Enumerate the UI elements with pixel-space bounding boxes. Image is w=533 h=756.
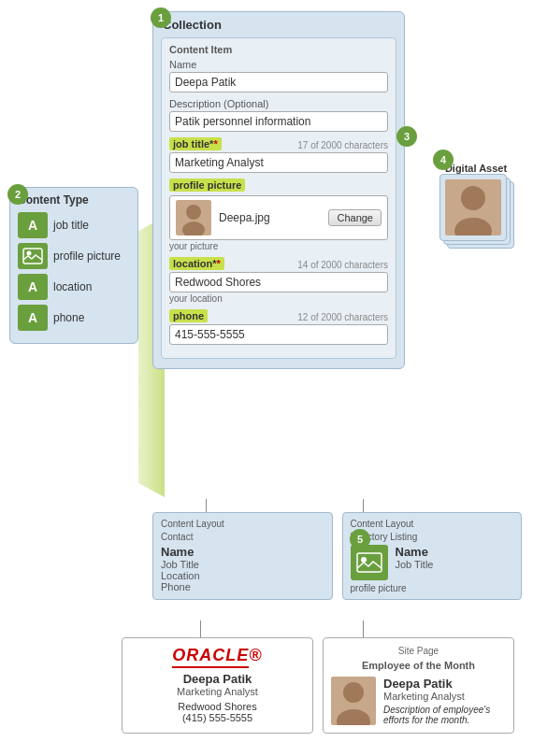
location-input[interactable]: [169, 272, 388, 292]
layout-dir-job: Job Title: [396, 559, 434, 570]
oracle-person-name: Deepa Patik: [130, 672, 305, 686]
desc-input[interactable]: [169, 111, 388, 132]
layout-directory-box: Content Layout Directory Listing Name Jo…: [342, 512, 523, 600]
site-result-card: Site Page Employee of the Month Deepa Pa…: [323, 637, 514, 734]
content-item-label: Content Item: [169, 44, 388, 55]
ct-item-location: A location: [18, 274, 130, 300]
svg-rect-8: [357, 553, 382, 572]
digital-asset-stack: [439, 174, 512, 249]
da-photo: [445, 179, 501, 235]
ct-item-profile-picture: profile picture: [18, 243, 130, 269]
svg-point-6: [461, 186, 485, 210]
ct-icon-text-jobtitle: A: [18, 212, 48, 238]
layout-dir-text: Name Job Title: [396, 545, 434, 570]
job-title-input[interactable]: [169, 152, 388, 173]
oracle-phone: (415) 555-5555: [130, 712, 305, 723]
content-type-title: Content Type: [18, 193, 130, 207]
picture-filename: Deepa.jpg: [219, 211, 321, 224]
picture-field: Deepa.jpg Change: [169, 195, 388, 240]
badge-3: 3: [396, 126, 417, 147]
site-description: Description of employee's efforts for th…: [383, 705, 506, 725]
picture-hint: your picture: [169, 241, 388, 251]
layout-dir-title2: Directory Listing: [351, 532, 514, 542]
ct-icon-image-profile: [18, 243, 48, 269]
site-job-title: Marketing Analyst: [383, 691, 506, 702]
layout-contact-job: Job Title: [161, 559, 324, 570]
location-label: location*: [169, 257, 224, 270]
desc-field-group: Description (Optional): [169, 98, 388, 132]
layout-contact-title1: Content Layout: [161, 519, 324, 529]
site-page-name: Employee of the Month: [331, 660, 506, 671]
collection-title: Collection: [161, 18, 396, 32]
svg-point-1: [186, 205, 201, 220]
picture-thumbnail: [176, 200, 211, 235]
oracle-location: Redwood Shores: [130, 701, 305, 712]
profile-picture-label: profile picture: [169, 178, 245, 192]
badge-4: 4: [433, 150, 454, 170]
name-field-group: Name: [169, 59, 388, 93]
badge-1: 1: [151, 7, 171, 28]
layout-contact-name: Name: [161, 545, 324, 559]
site-text-content: Deepa Patik Marketing Analyst Descriptio…: [383, 677, 506, 725]
content-item-box: Content Item Name Description (Optional)…: [161, 37, 396, 359]
ct-item-job-title: A job title: [18, 212, 130, 238]
layout-contact-phone: Phone: [161, 581, 324, 592]
layout-dir-row: Name Job Title: [351, 545, 514, 580]
location-field-group: location* 14 of 2000 characters your loc…: [169, 257, 388, 304]
result-section: ORACLE® Deepa Patik Marketing Analyst Re…: [122, 637, 514, 734]
ct-label-phone: phone: [53, 311, 84, 324]
ct-label-job-title: job title: [53, 219, 89, 232]
layout-contact-box: Content Layout Contact Name Job Title Lo…: [152, 512, 333, 600]
name-label: Name: [169, 59, 388, 70]
job-title-label: job title*: [169, 137, 222, 150]
job-title-char-count: 17 of 2000 characters: [297, 140, 388, 150]
oracle-result-card: ORACLE® Deepa Patik Marketing Analyst Re…: [122, 637, 313, 734]
digital-asset-box: Digital Asset: [435, 159, 517, 249]
location-hint: your location: [169, 293, 388, 304]
arrow-to-oracle: [200, 620, 201, 639]
ct-label-location: location: [53, 280, 92, 293]
layout-dir-name: Name: [396, 545, 434, 559]
phone-char-count: 12 of 2000 characters: [297, 312, 388, 322]
site-photo: [331, 677, 376, 725]
svg-rect-3: [23, 249, 42, 264]
svg-point-4: [27, 251, 32, 256]
phone-label: phone: [169, 309, 208, 322]
change-button[interactable]: Change: [328, 209, 382, 226]
desc-label: Description (Optional): [169, 98, 388, 109]
ct-item-phone: A phone: [18, 305, 130, 331]
badge-5: 5: [350, 529, 370, 549]
arrow-to-site: [363, 620, 364, 639]
layout-contact-location: Location: [161, 570, 324, 581]
job-title-field-group: job title* 17 of 2000 characters: [169, 137, 388, 173]
layout-dir-profile-label: profile picture: [351, 583, 514, 593]
da-card-front: [439, 174, 507, 241]
layout-contact-title2: Contact: [161, 532, 324, 542]
site-person-name: Deepa Patik: [383, 677, 506, 691]
layout-dir-image-icon: [351, 545, 388, 580]
collection-box: Collection Content Item Name Description…: [152, 11, 405, 369]
svg-point-11: [343, 682, 364, 703]
oracle-job-title: Marketing Analyst: [130, 686, 305, 697]
site-card-inner: Deepa Patik Marketing Analyst Descriptio…: [331, 677, 506, 725]
layout-section: Content Layout Contact Name Job Title Lo…: [152, 512, 522, 600]
badge-2: 2: [7, 184, 28, 205]
layout-dir-title1: Content Layout: [351, 519, 514, 529]
content-type-box: Content Type A job title profile picture…: [9, 187, 138, 344]
site-page-label: Site Page: [331, 646, 506, 656]
ct-icon-text-location: A: [18, 274, 48, 300]
diagram-container: 1 2 3 4 5 Collection Content Item Name D…: [0, 0, 533, 756]
location-char-count: 14 of 2000 characters: [297, 260, 388, 270]
oracle-logo: ORACLE®: [130, 646, 305, 668]
ct-icon-text-phone: A: [18, 305, 48, 331]
name-input[interactable]: [169, 72, 388, 93]
ct-label-profile-picture: profile picture: [53, 250, 121, 263]
profile-picture-field-group: profile picture Deepa.jpg Change your pi…: [169, 178, 388, 251]
phone-field-group: phone 12 of 2000 characters: [169, 309, 388, 345]
phone-input[interactable]: [169, 324, 388, 345]
